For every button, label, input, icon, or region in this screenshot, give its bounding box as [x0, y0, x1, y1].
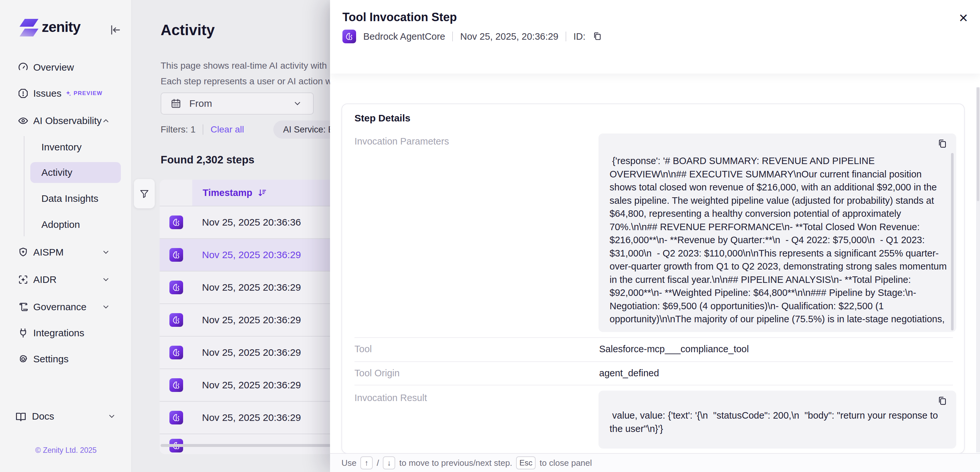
horizontal-scrollbar[interactable] — [161, 444, 331, 447]
copy-id-icon[interactable] — [593, 32, 602, 41]
timestamp-column-header[interactable]: Timestamp — [203, 187, 267, 198]
step-details-card: Step Details Invocation Parameters {'res… — [341, 103, 965, 454]
sidebar-item-label: Issues — [33, 88, 62, 99]
table-row[interactable]: Nov 25, 2025 20:36:29 — [160, 336, 342, 369]
invocation-result-value[interactable]: value, value: {'text': '{\n "statusCode"… — [609, 409, 939, 445]
sidebar-item-label: AIDR — [33, 274, 57, 285]
table-row[interactable]: Nov 25, 2025 20:36:36 — [160, 206, 342, 238]
step-brain-icon — [169, 346, 183, 360]
divider — [355, 385, 953, 385]
sidebar-item-data-insights[interactable]: Data Insights — [30, 188, 121, 209]
hint-move: to move to previous/next step. — [399, 458, 512, 468]
filters-count: Filters: 1 — [161, 124, 196, 135]
activity-panel: Activity This page shows real-time AI ac… — [132, 0, 330, 472]
sidebar-item-label: Docs — [32, 411, 54, 422]
filter-funnel-toggle[interactable] — [134, 179, 155, 208]
from-label: From — [189, 98, 212, 109]
step-datetime: Nov 25, 2025, 20:36:29 — [460, 31, 558, 42]
tool-label: Tool — [355, 344, 372, 355]
chevron-down-icon — [102, 276, 110, 284]
sidebar-item-adoption[interactable]: Adoption — [30, 214, 121, 235]
hint-use: Use — [341, 458, 356, 468]
sidebar-item-inventory[interactable]: Inventory — [30, 137, 121, 158]
table-row[interactable]: Nov 25, 2025 20:36:29 — [160, 369, 342, 401]
sidebar-item-aidr[interactable]: AIDR — [0, 269, 132, 290]
chevron-up-icon — [102, 117, 110, 125]
table-row[interactable]: Nov 25, 2025 20:36:29 — [160, 303, 342, 336]
sparkle-icon — [65, 90, 72, 97]
invocation-parameters-value[interactable]: {'response': '# BOARD SUMMARY: REVENUE A… — [609, 154, 947, 328]
arrow-up-key: ↑ — [360, 456, 373, 469]
funnel-icon — [140, 189, 149, 198]
alert-octagon-icon — [18, 88, 29, 99]
date-from-dropdown[interactable]: From — [161, 92, 314, 115]
sidebar-item-aispm[interactable]: AISPM — [0, 242, 132, 262]
sidebar-item-issues[interactable]: Issues PREVIEW — [0, 83, 132, 103]
gear-icon — [18, 353, 29, 364]
brand-wordmark: zenity — [42, 19, 81, 35]
sidebar-item-label: Governance — [33, 301, 86, 312]
keyboard-hints-bar: Use ↑ / ↓ to move to previous/next step.… — [330, 453, 980, 472]
chevron-down-icon — [102, 303, 110, 311]
sidebar-item-label: Activity — [41, 167, 72, 178]
step-brain-icon — [169, 280, 183, 294]
timestamp-header-label: Timestamp — [203, 187, 253, 198]
step-timestamp: Nov 25, 2025 20:36:29 — [202, 347, 301, 358]
id-label: ID: — [573, 31, 585, 42]
hint-close: to close panel — [539, 458, 592, 468]
step-brain-icon — [169, 248, 183, 262]
table-row[interactable]: Nov 25, 2025 20:36:29 — [160, 271, 342, 303]
arrow-down-key: ↓ — [383, 456, 395, 469]
panel-scrollbar[interactable] — [976, 87, 980, 453]
tool-value: Salesforce-mcp___compliance_tool — [599, 344, 749, 355]
scan-sparkle-icon — [18, 274, 29, 285]
tool-origin-value: agent_defined — [599, 368, 659, 379]
page-title: Activity — [161, 21, 215, 39]
sidebar-item-label: Overview — [33, 62, 74, 73]
step-brain-icon — [169, 215, 183, 229]
table-row[interactable]: Nov 25, 2025 20:36:29 — [160, 401, 342, 434]
table-header: Timestamp — [160, 180, 342, 206]
hint-slash: / — [377, 458, 379, 468]
step-brain-icon — [169, 411, 183, 424]
sidebar-item-overview[interactable]: Overview — [0, 57, 132, 78]
invocation-result-label: Invocation Result — [355, 393, 427, 403]
step-timestamp: Nov 25, 2025 20:36:29 — [202, 380, 301, 391]
close-icon[interactable]: ✕ — [956, 11, 970, 25]
results-count: Found 2,302 steps — [161, 154, 255, 166]
subnav-indent-line — [24, 136, 24, 236]
sidebar-item-ai-observability[interactable]: AI Observability — [0, 111, 132, 131]
service-name: Bedrock AgentCore — [363, 31, 445, 42]
step-timestamp: Nov 25, 2025 20:36:29 — [202, 249, 301, 260]
sidebar-item-activity[interactable]: Activity — [30, 162, 121, 183]
divider — [355, 337, 953, 338]
step-timestamp: Nov 25, 2025 20:36:29 — [202, 314, 301, 326]
sidebar-collapse-icon[interactable] — [108, 23, 122, 37]
copy-parameters-icon[interactable] — [937, 139, 947, 149]
sidebar-item-governance[interactable]: Governance — [0, 297, 132, 317]
divider — [355, 361, 953, 362]
clear-all-link[interactable]: Clear all — [210, 124, 244, 135]
eye-icon — [18, 115, 29, 126]
preview-badge: PREVIEW — [65, 90, 103, 97]
sidebar-item-docs[interactable]: Docs — [0, 406, 132, 426]
step-timestamp: Nov 25, 2025 20:36:29 — [202, 412, 301, 423]
sidebar-item-settings[interactable]: Settings — [0, 349, 132, 369]
copyright-text: © Zenity Ltd. 2025 — [0, 446, 132, 455]
step-timestamp: Nov 25, 2025 20:36:29 — [202, 282, 301, 293]
sidebar-item-label: Adoption — [41, 219, 80, 230]
sidebar-item-integrations[interactable]: Integrations — [0, 323, 132, 343]
zenity-logo-icon — [19, 18, 38, 37]
book-icon — [15, 411, 26, 422]
invocation-parameters-label: Invocation Parameters — [355, 136, 449, 147]
tool-origin-label: Tool Origin — [355, 368, 400, 379]
step-detail-panel: Tool Invocation Step Bedrock AgentCore N… — [330, 0, 980, 472]
invocation-result-box: value, value: {'text': '{\n "statusCode"… — [598, 391, 956, 448]
detail-meta-row: Bedrock AgentCore Nov 25, 2025, 20:36:29… — [342, 29, 602, 44]
parameters-scrollbar[interactable] — [951, 153, 954, 330]
esc-key: Esc — [516, 456, 536, 469]
copy-result-icon[interactable] — [937, 396, 947, 405]
divider — [566, 32, 566, 41]
sidebar-item-label: Settings — [33, 353, 68, 364]
table-row[interactable]: Nov 25, 2025 20:36:29 — [160, 238, 342, 271]
